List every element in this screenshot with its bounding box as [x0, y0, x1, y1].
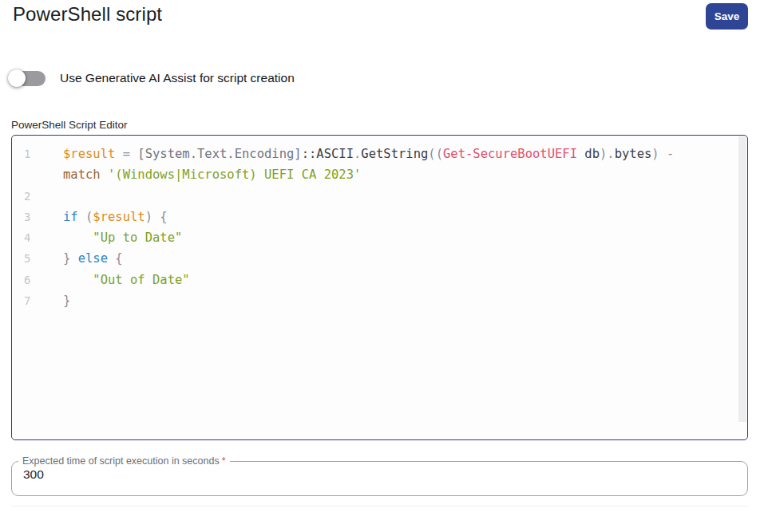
code-token-plain — [63, 231, 93, 245]
code-token-operator: ) — [651, 147, 659, 161]
code-token-variable: $result — [63, 147, 115, 161]
code-editor[interactable]: 1$result = [System.Text.Encoding]::ASCII… — [11, 135, 748, 440]
code-line: if ($result) { — [63, 207, 168, 227]
editor-label: PowerShell Script Editor — [11, 119, 128, 131]
code-token-plain — [130, 147, 137, 161]
bottom-divider — [11, 506, 748, 506]
code-token-member: db — [577, 147, 600, 161]
code-rows: 1$result = [System.Text.Encoding]::ASCII… — [12, 136, 747, 311]
execution-time-field[interactable]: Expected time of script execution in sec… — [11, 455, 748, 496]
code-token-cmdlet: Get-SecureBootUEFI — [443, 147, 577, 161]
required-asterisk: * — [222, 455, 226, 467]
code-token-type: [System.Text.Encoding] — [137, 147, 301, 161]
page-title: PowerShell script — [13, 3, 162, 26]
code-token-operator: } — [63, 294, 70, 308]
code-line: $result = [System.Text.Encoding]::ASCII.… — [63, 144, 674, 164]
line-number: 3 — [12, 207, 63, 227]
line-number: 6 — [12, 270, 63, 290]
code-token-operator: - — [659, 147, 675, 161]
code-token-operator: ) { — [145, 210, 168, 224]
line-number: 4 — [12, 227, 63, 248]
code-token-keyword: else — [78, 251, 108, 266]
code-token-plain — [101, 167, 108, 182]
ai-assist-toggle[interactable] — [8, 68, 46, 89]
code-row: 2 — [12, 186, 747, 207]
code-token-member: bytes — [615, 147, 652, 161]
code-row: 6 "Out of Date" — [12, 270, 747, 290]
execution-time-label: Expected time of script execution in sec… — [22, 455, 220, 467]
code-line: } else { — [63, 248, 123, 269]
code-token-operator: ( — [78, 210, 93, 224]
code-row: 5} else { — [12, 248, 747, 269]
execution-time-value[interactable]: 300 — [12, 467, 747, 482]
save-button[interactable]: Save — [706, 3, 748, 30]
code-token-variable: $result — [93, 210, 144, 224]
code-token-operator: } — [63, 251, 78, 266]
code-token-param: match — [63, 167, 101, 182]
code-row: 7} — [12, 290, 747, 311]
line-number: 1 — [12, 144, 63, 164]
line-number — [12, 164, 63, 185]
code-token-string: "Out of Date" — [93, 273, 189, 287]
code-line: "Out of Date" — [63, 270, 190, 290]
code-token-operator: . — [354, 147, 361, 161]
code-row: 4 "Up to Date" — [12, 227, 747, 248]
code-row: 3if ($result) { — [12, 207, 747, 227]
code-token-member: ::ASCII — [302, 147, 354, 161]
toggle-knob-icon — [8, 69, 26, 87]
code-token-keyword: if — [63, 210, 78, 224]
code-token-operator: ). — [600, 147, 615, 161]
code-token-string: "Up to Date" — [93, 231, 182, 245]
powershell-script-page: PowerShell script Save Use Generative AI… — [0, 0, 764, 532]
line-number: 5 — [12, 248, 63, 269]
code-token-string: '(Windows|Microsoft) UEFI CA 2023' — [108, 167, 361, 182]
code-token-operator: { — [108, 251, 123, 266]
line-number: 2 — [12, 186, 63, 207]
code-line: "Up to Date" — [63, 227, 182, 248]
code-line: match '(Windows|Microsoft) UEFI CA 2023' — [63, 164, 361, 185]
code-token-plain — [115, 147, 122, 161]
line-number: 7 — [12, 290, 63, 311]
code-token-plain — [63, 273, 93, 287]
code-token-operator: (( — [428, 147, 443, 161]
code-token-operator: = — [123, 147, 130, 161]
code-row: match '(Windows|Microsoft) UEFI CA 2023' — [12, 164, 747, 185]
code-token-member: GetString — [361, 147, 428, 161]
code-row: 1$result = [System.Text.Encoding]::ASCII… — [12, 144, 747, 164]
ai-assist-toggle-label: Use Generative AI Assist for script crea… — [60, 71, 295, 85]
ai-assist-toggle-row: Use Generative AI Assist for script crea… — [8, 67, 295, 89]
editor-scrollbar[interactable] — [738, 136, 746, 422]
execution-time-legend: Expected time of script execution in sec… — [18, 455, 230, 467]
code-line: } — [63, 290, 70, 311]
